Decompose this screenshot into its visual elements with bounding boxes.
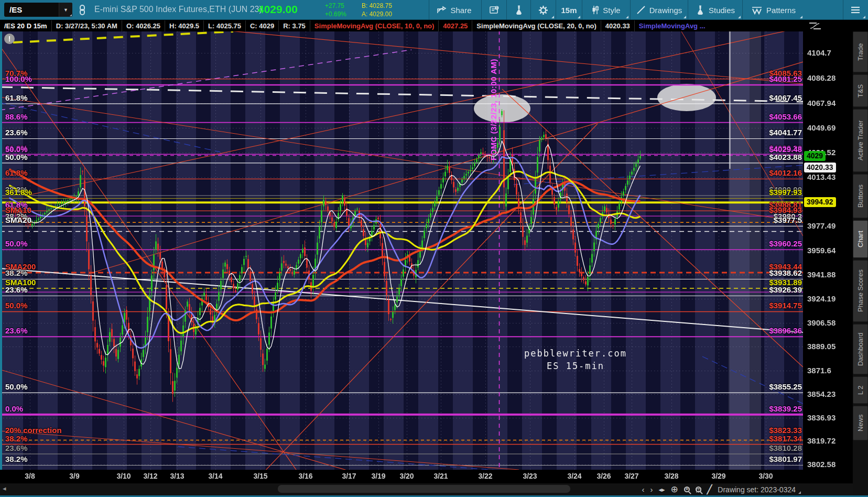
date-axis-label: 3/15 — [253, 472, 267, 480]
date-axis-label: 3/28 — [664, 472, 678, 480]
timeframe-button[interactable]: 15m — [556, 0, 582, 20]
price-axis[interactable] — [803, 31, 852, 497]
sidebar-tab-dashboard[interactable]: Dashboard — [853, 324, 868, 374]
sidebar-tab-buttons[interactable]: Buttons — [853, 174, 868, 218]
sidebar-tab-phase-scores[interactable]: Phase Scores — [853, 260, 868, 322]
step-back-icon[interactable]: ‹ — [642, 485, 644, 494]
link-icon[interactable] — [78, 4, 87, 16]
bottom-toolbar: ‹ › ◂▸ ⊕ + − ╱ Drawing set: 2023-0324 — [642, 483, 801, 495]
date-axis-label: 3/20 — [399, 472, 414, 480]
alert-icon[interactable]: ! — [4, 34, 15, 44]
studies-label: Studies — [709, 6, 735, 15]
sidebar-tab-active-trader[interactable]: Active Trader — [853, 109, 868, 172]
date-axis-label: 3/29 — [711, 472, 725, 480]
sma10-study-label[interactable]: SimpleMovingAvg (CLOSE, 10, 0, no) — [310, 20, 439, 31]
studies-flask-icon — [696, 5, 705, 15]
date-axis-label: 3/30 — [758, 472, 773, 480]
style-button[interactable]: Style — [582, 0, 630, 20]
sma10-study-value: 4027.25 — [439, 20, 472, 31]
time-axis[interactable]: 3/83/93/103/123/133/143/153/163/173/193/… — [0, 470, 803, 483]
trendline-icon — [636, 5, 646, 15]
date-axis-label: 3/8 — [25, 472, 35, 480]
date-axis-label: 3/17 — [342, 472, 356, 480]
sidebar-tab-trade[interactable]: Trade — [853, 31, 868, 72]
watermark-site: pebblewriter.com — [503, 347, 648, 360]
date-axis-label: 3/10 — [116, 472, 131, 480]
date-axis-label: 3/14 — [208, 472, 222, 480]
gear-icon — [538, 5, 548, 15]
drawings-label: Drawings — [649, 6, 682, 15]
fomc-annotation: FOMC (3/22/23, 10:00 AM) — [489, 59, 498, 160]
date-axis-label: 3/9 — [69, 472, 79, 480]
left-edge-accent — [0, 31, 2, 470]
share-button[interactable]: Share — [429, 0, 479, 20]
status-datetime: D: 3/27/23, 5:30 AM — [52, 20, 122, 31]
chart-scrollbar[interactable]: ◂ ‹ › ◂▸ ⊕ + − ╱ Drawing set: 2023-0324 — [0, 483, 868, 495]
status-high: H: 4029.5 — [165, 20, 204, 31]
date-axis-label: 3/21 — [433, 472, 448, 480]
price-chart[interactable] — [0, 31, 803, 470]
date-axis-label: 3/27 — [624, 472, 638, 480]
axis-header[interactable] — [803, 20, 852, 31]
date-axis-label: 3/24 — [567, 472, 581, 480]
patterns-button[interactable]: Patterns — [742, 0, 804, 20]
menu-icon — [851, 6, 860, 14]
draw-tool-icon[interactable]: ╱ — [707, 484, 712, 494]
status-range: R: 3.75 — [279, 20, 310, 31]
price-scale-icon — [808, 21, 822, 30]
sidebar-tab-news[interactable]: News — [853, 406, 868, 440]
step-forward-icon[interactable]: › — [650, 485, 653, 494]
analyze-button[interactable] — [506, 0, 530, 20]
right-sidebar: TradeT&SActive TraderButtonsChartPhase S… — [853, 31, 868, 497]
drawing-set-selector[interactable]: Drawing set: 2023-0324 — [718, 485, 801, 494]
status-low: L: 4025.75 — [204, 20, 246, 31]
sma20-study-value: 4020.33 — [601, 20, 635, 31]
drawings-button[interactable]: Drawings — [630, 0, 688, 20]
studies-button[interactable]: Studies — [688, 0, 742, 20]
crosshair-icon[interactable]: ⊕ — [670, 484, 678, 495]
symbol-selector[interactable]: /ES ▼ — [4, 3, 72, 17]
pan-left-icon[interactable]: ◂ — [3, 484, 6, 492]
date-axis-label: 3/23 — [523, 472, 537, 480]
date-axis-label: 3/13 — [170, 472, 184, 480]
patterns-label: Patterns — [766, 6, 796, 15]
sidebar-tab-t-s[interactable]: T&S — [853, 74, 868, 107]
change-percent: +0.69% — [325, 10, 346, 18]
status-open: O: 4026.25 — [122, 20, 165, 31]
zoom-out-icon[interactable]: − — [696, 487, 701, 492]
price-change: +27.75 +0.69% — [325, 2, 346, 18]
date-axis-label: 3/16 — [298, 472, 312, 480]
status-symbol-info: /ES 20 D 15m — [0, 20, 52, 31]
chart-menu-button[interactable] — [843, 0, 867, 20]
sidebar-tab-chart[interactable]: Chart — [853, 220, 868, 258]
symbol-dropdown-button[interactable]: ▼ — [59, 3, 72, 17]
svg-text:i: i — [496, 6, 497, 9]
bid-value: B: 4028.75 — [362, 2, 392, 10]
share-icon — [437, 6, 447, 14]
watermark: pebblewriter.com ES 15-min — [503, 347, 648, 372]
date-axis-label: 3/26 — [596, 472, 611, 480]
zoom-in-icon[interactable]: + — [684, 487, 690, 492]
timeframe-label: 15m — [561, 6, 577, 15]
style-label: Style — [603, 6, 620, 15]
status-close: C: 4029 — [246, 20, 279, 31]
candlestick-icon — [592, 5, 599, 15]
share-label: Share — [450, 6, 471, 15]
top-toolbar: /ES ▼ E-mini S&P 500 Index Futures,ETH (… — [0, 0, 868, 20]
fit-width-icon[interactable]: ◂▸ — [658, 486, 665, 493]
chart-title: E-mini S&P 500 Index Futures,ETH (JUN 23… — [94, 5, 262, 14]
date-axis-label: 3/12 — [143, 472, 157, 480]
date-axis-label: 3/19 — [371, 472, 385, 480]
sma20-study-label[interactable]: SimpleMovingAvg (CLOSE, 20, 0, no) — [472, 20, 601, 31]
ask-value: A: 4029.00 — [362, 10, 392, 18]
news-panel-button[interactable]: i — [481, 0, 506, 20]
settings-button[interactable] — [530, 0, 556, 20]
bid-ask: B: 4028.75 A: 4029.00 — [362, 2, 392, 18]
symbol-value: /ES — [4, 5, 59, 14]
scrollbar-thumb[interactable] — [278, 485, 570, 493]
sma-more-study-label[interactable]: SimpleMovingAvg ... — [635, 20, 710, 31]
chart-status-row: /ES 20 D 15m D: 3/27/23, 5:30 AM O: 4026… — [0, 20, 803, 31]
sidebar-tab-l-2[interactable]: L 2 — [853, 376, 868, 404]
change-points: +27.75 — [325, 2, 346, 10]
pattern-w-icon — [751, 5, 763, 15]
